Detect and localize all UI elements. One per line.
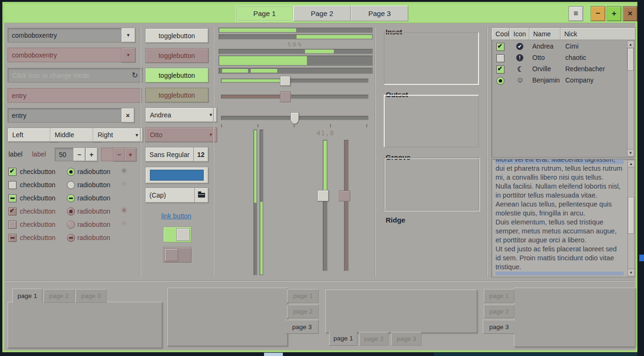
notebook-tab-page2[interactable]: page 2 xyxy=(484,305,514,318)
titlebar-tab-page3[interactable]: Page 3 xyxy=(351,6,408,21)
frame-ridge xyxy=(384,220,477,271)
checkbutton-label: checkbutton xyxy=(20,207,56,215)
tree-row[interactable]: ! Otto chaotic xyxy=(492,52,635,64)
font-button[interactable]: Sans Regular 12 xyxy=(145,147,208,162)
titlebar-tab-page1[interactable]: Page 1 xyxy=(236,6,293,21)
checkbox-unchecked[interactable] xyxy=(8,181,17,189)
combobox-right[interactable]: Right▾ xyxy=(93,128,143,142)
tree-row[interactable]: ☾ Orville Redenbacher xyxy=(492,64,635,75)
scroll-up-icon[interactable]: ▲ xyxy=(628,160,634,167)
hscale-trough[interactable] xyxy=(221,78,369,83)
cell-name: Orville xyxy=(532,65,551,73)
refresh-icon[interactable]: ↻ xyxy=(132,71,138,80)
notebook-tab-page3[interactable]: page 3 xyxy=(391,332,421,346)
entry-value: entry xyxy=(12,112,26,119)
checkbox-checked[interactable] xyxy=(8,168,17,176)
cell-nick: Redenbacher xyxy=(565,65,605,73)
togglebutton[interactable]: togglebutton xyxy=(145,28,208,43)
row-radio-checked[interactable] xyxy=(496,77,504,85)
frame-inset xyxy=(384,32,479,85)
notebook-tab-page3-active[interactable]: page 3 xyxy=(286,320,319,334)
text-paragraph: Aenean lacus tellus, pellentesque quis m… xyxy=(495,200,624,218)
vscale-handle[interactable] xyxy=(317,190,329,201)
minimize-button[interactable]: − xyxy=(591,6,605,21)
scroll-down-icon[interactable]: ▼ xyxy=(628,269,634,276)
text-paragraph: dui et pharetra rutrum, tellus lectus ru… xyxy=(495,164,624,182)
switch-on[interactable] xyxy=(163,227,191,242)
vscale-trough[interactable] xyxy=(322,140,328,271)
notebook-tab-page2[interactable]: page 2 xyxy=(359,332,388,346)
scale-mark xyxy=(221,124,222,127)
entry-value: entry xyxy=(12,92,26,99)
notebook-tab-page2[interactable]: page 2 xyxy=(287,305,319,318)
notebook-tab-page1-active[interactable]: page 1 xyxy=(12,289,42,303)
folder-icon xyxy=(195,188,208,202)
tree-scrollbar[interactable]: ▲ ▼ xyxy=(627,41,634,157)
checkbox-indeterminate[interactable] xyxy=(8,194,17,202)
notebook-tab-page3[interactable]: page 3 xyxy=(75,289,107,303)
scrollbar-thumb[interactable] xyxy=(627,48,634,71)
spin-value: 50 xyxy=(59,151,66,158)
radiobutton-checked[interactable] xyxy=(67,168,75,176)
togglebutton-label: togglebutton xyxy=(158,72,195,79)
maximize-button[interactable]: + xyxy=(607,6,621,21)
entry[interactable]: entry xyxy=(8,108,129,123)
icon-entry[interactable]: Click icon to change mode ↻ xyxy=(8,68,143,83)
entry-disabled: entry xyxy=(8,88,142,103)
separator xyxy=(5,281,635,281)
notebook-tab-page1[interactable]: page 1 xyxy=(287,289,319,303)
togglebutton-disabled-active: togglebutton xyxy=(145,88,208,102)
row-checkbox-checked[interactable] xyxy=(496,43,504,51)
tree-row[interactable]: ☺ Benjamin Company xyxy=(492,75,635,86)
notebook-top-body xyxy=(8,302,162,348)
link-button[interactable]: link button xyxy=(145,212,207,220)
hscale-handle[interactable] xyxy=(280,76,290,86)
color-swatch xyxy=(150,170,204,181)
tree-column-name[interactable]: Name xyxy=(529,28,561,40)
tree-column-nick[interactable]: Nick xyxy=(561,28,635,40)
spinner-icon: ✳ xyxy=(121,167,127,175)
plus-icon: + xyxy=(128,151,132,158)
vscale-fill xyxy=(345,141,348,270)
desktop-fragment xyxy=(639,255,644,261)
notebook-tab-page3-active[interactable]: page 3 xyxy=(483,320,515,334)
scroll-up-icon[interactable]: ▲ xyxy=(627,41,634,48)
tree-column-icon[interactable]: Icon xyxy=(510,28,529,40)
combobox-andrea[interactable]: Andrea▾ xyxy=(145,108,217,122)
comboboxentry-disabled-input: comboboxentry xyxy=(8,48,129,62)
notebook-tab-page2[interactable]: page 2 xyxy=(43,289,74,303)
tree-header: Cool Icon Name Nick xyxy=(492,28,635,40)
progressbar xyxy=(218,27,373,33)
textview[interactable]: Morbi vel elit erat. Maecenas dignissim,… xyxy=(491,159,636,277)
exclamation-circle-icon: ! xyxy=(516,54,523,61)
radiobutton-indeterminate[interactable] xyxy=(67,194,75,202)
radiobutton-label: radiobutton xyxy=(77,221,110,228)
close-icon: × xyxy=(628,9,633,18)
textview-scrollbar[interactable]: ▲ ▼ xyxy=(627,160,635,276)
notebook-tab-page1-active[interactable]: page 1 xyxy=(329,331,357,346)
radiobutton-unchecked[interactable] xyxy=(67,181,75,189)
spin-minus-button[interactable]: − xyxy=(73,148,85,161)
togglebutton-active[interactable]: togglebutton xyxy=(145,68,208,83)
radiobutton-label: radiobutton xyxy=(77,194,110,202)
comboboxentry-input[interactable]: comboboxentry xyxy=(8,28,129,42)
hscale-pin-handle[interactable] xyxy=(290,112,299,124)
file-chooser-button[interactable]: (Cap) xyxy=(145,188,208,203)
clear-entry-button[interactable]: × xyxy=(121,108,134,123)
minimize-icon: − xyxy=(596,9,601,18)
scrollbar-thumb[interactable] xyxy=(628,197,634,234)
row-checkbox-checked[interactable] xyxy=(496,66,504,74)
row-checkbox-unchecked[interactable] xyxy=(496,54,504,62)
menu-button[interactable]: ≡ xyxy=(569,6,583,21)
tab-label: page 2 xyxy=(364,335,383,342)
titlebar-tab-page2[interactable]: Page 2 xyxy=(293,6,351,21)
tree-row[interactable]: ✔ Andrea Cimi xyxy=(492,41,635,52)
scroll-down-icon[interactable]: ▼ xyxy=(627,149,634,156)
comboboxentry-dropdown-button[interactable]: ▾ xyxy=(121,28,135,42)
tree-column-cool[interactable]: Cool xyxy=(492,28,510,40)
tab-label: page 1 xyxy=(17,292,37,299)
spin-plus-button[interactable]: + xyxy=(85,148,98,161)
close-button[interactable]: × xyxy=(623,6,637,21)
notebook-tab-page1[interactable]: page 1 xyxy=(484,289,514,303)
color-button[interactable] xyxy=(145,167,208,183)
